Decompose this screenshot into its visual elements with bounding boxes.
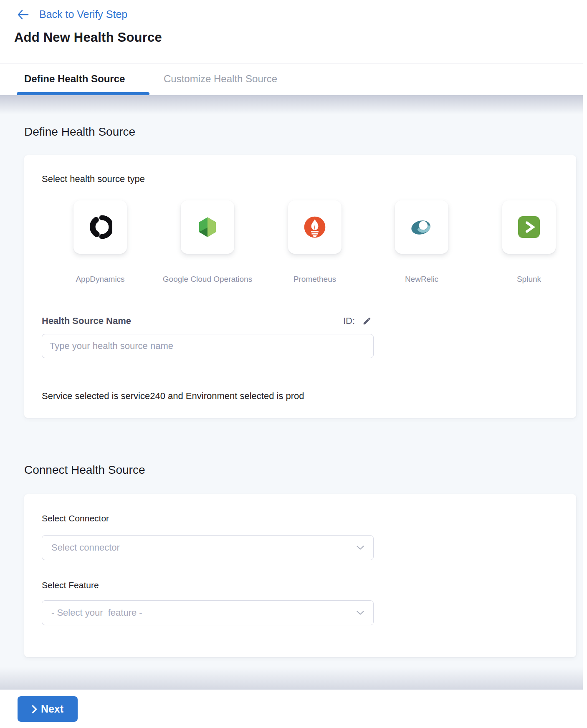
- id-label: ID:: [343, 316, 355, 326]
- back-arrow-icon: [17, 9, 29, 20]
- connector-select-placeholder: Select connector: [51, 542, 120, 553]
- connector-select[interactable]: Select connector: [42, 535, 374, 560]
- feature-select-placeholder: - Select your feature -: [51, 607, 142, 618]
- next-button[interactable]: Next: [18, 696, 78, 722]
- type-card-label: Prometheus: [261, 275, 368, 284]
- select-type-label: Select health source type: [42, 174, 145, 185]
- tab-define-health-source[interactable]: Define Health Source: [24, 73, 125, 85]
- newrelic-icon: [409, 217, 435, 237]
- type-card-label: Google Cloud Operations: [154, 275, 261, 284]
- edit-pencil-icon[interactable]: [362, 316, 372, 326]
- main-content: Define Health Source Select health sourc…: [0, 95, 587, 690]
- active-tab-underline: [17, 92, 149, 95]
- next-chevron-icon: [32, 705, 37, 714]
- type-card-splunk[interactable]: [502, 200, 556, 254]
- service-environment-note: Service selected is service240 and Envir…: [42, 391, 304, 402]
- footer: Next: [0, 690, 587, 728]
- google-cloud-operations-icon: [195, 215, 220, 239]
- health-source-name-label: Health Source Name: [42, 316, 131, 326]
- type-card-appdynamics[interactable]: [73, 200, 127, 254]
- next-button-label: Next: [41, 703, 63, 715]
- health-source-name-input[interactable]: [42, 334, 374, 358]
- chevron-down-icon: [357, 546, 364, 550]
- define-section-heading: Define Health Source: [24, 125, 135, 139]
- connect-section-heading: Connect Health Source: [24, 463, 145, 477]
- scrollbar-gutter: [583, 0, 587, 728]
- type-card-label: NewRelic: [368, 275, 475, 284]
- type-card-label: AppDynamics: [47, 275, 154, 284]
- type-card-label: Splunk: [476, 275, 582, 284]
- feature-select[interactable]: - Select your feature -: [42, 600, 374, 625]
- tab-customize-health-source[interactable]: Customize Health Source: [164, 73, 277, 85]
- header: Back to Verify Step Add New Health Sourc…: [0, 0, 587, 63]
- back-link[interactable]: Back to Verify Step: [17, 8, 127, 20]
- tabbar: Define Health Source Customize Health So…: [0, 64, 587, 95]
- chevron-down-icon: [357, 611, 364, 615]
- type-card-prometheus[interactable]: [288, 200, 342, 254]
- page-title: Add New Health Source: [14, 30, 162, 45]
- connect-health-source-card: Select Connector Select connector Select…: [24, 494, 576, 657]
- back-link-label: Back to Verify Step: [39, 8, 127, 20]
- prometheus-icon: [304, 216, 326, 238]
- type-card-google-cloud-operations[interactable]: [181, 200, 234, 254]
- splunk-icon: [518, 216, 540, 238]
- appdynamics-icon: [88, 215, 112, 239]
- define-health-source-card: Select health source type: [24, 155, 576, 418]
- select-connector-label: Select Connector: [42, 513, 109, 523]
- select-feature-label: Select Feature: [42, 580, 99, 590]
- type-card-newrelic[interactable]: [395, 200, 448, 254]
